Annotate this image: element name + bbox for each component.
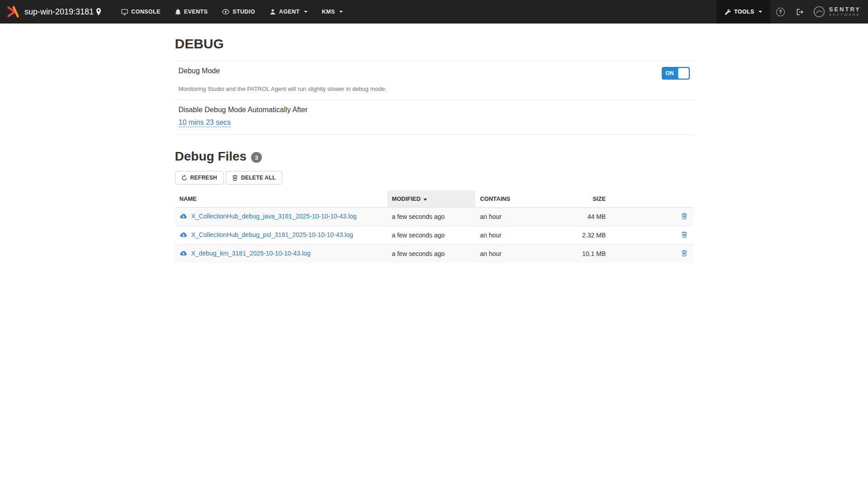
nav-label-agent: AGENT (279, 9, 300, 15)
trash-icon (681, 231, 688, 238)
agent-icon (270, 9, 276, 15)
delete-file-button[interactable] (680, 230, 689, 240)
chevron-down-icon (759, 11, 762, 13)
debug-files-table: NAME MODIFIED CONTAINS SIZE (175, 190, 693, 263)
chevron-down-icon (304, 11, 308, 13)
main-nav: CONSOLE EVENTS STUDIO (114, 0, 350, 24)
auto-disable-value-link[interactable]: 10 mins 23 secs (179, 118, 231, 127)
column-header-modified[interactable]: MODIFIED (387, 190, 475, 208)
page-title: DEBUG (175, 36, 693, 52)
file-modified-cell: a few seconds ago (387, 226, 475, 245)
file-size-cell: 10.1 MB (569, 245, 610, 263)
main-content: DEBUG Debug Mode ON Monitoring Studio an… (0, 36, 868, 263)
sign-out-icon (797, 9, 804, 15)
app-window: sup-win-2019:3181 CONSOLE (0, 0, 868, 488)
delete-file-button[interactable] (680, 212, 689, 222)
cloud-download-icon (180, 232, 187, 238)
nav-item-tools[interactable]: TOOLS (716, 0, 770, 24)
file-actions-cell (610, 208, 693, 226)
file-modified-cell: a few seconds ago (387, 245, 475, 263)
bell-icon (175, 9, 181, 15)
header-modified-label: MODIFIED (392, 195, 421, 202)
help-button[interactable]: ? (770, 0, 791, 24)
content-container: DEBUG Debug Mode ON Monitoring Studio an… (175, 36, 693, 263)
nav-label-studio: STUDIO (232, 9, 255, 15)
wrench-icon (725, 9, 731, 15)
column-header-name[interactable]: NAME (175, 190, 388, 208)
trash-icon (681, 250, 688, 256)
nav-label-console: CONSOLE (131, 9, 161, 15)
hostname-label: sup-win-2019:3181 (24, 7, 94, 17)
debug-mode-row: Debug Mode ON (179, 67, 690, 80)
file-actions-cell (610, 245, 693, 263)
sentry-logo-icon (813, 6, 825, 18)
top-navbar: sup-win-2019:3181 CONSOLE (0, 0, 868, 24)
files-toolbar: REFRESH DELETE ALL (175, 171, 693, 185)
debug-mode-section: Debug Mode ON Monitoring Studio and the … (175, 61, 693, 99)
table-row: X_CollectionHub_debug_psl_3181_2025-10-1… (175, 226, 693, 245)
debug-files-heading: Debug Files 3 (175, 149, 693, 164)
file-modified-cell: a few seconds ago (387, 208, 475, 226)
file-size-cell: 2.32 MB (569, 226, 610, 245)
hostname: sup-win-2019:3181 (24, 0, 101, 24)
refresh-button[interactable]: REFRESH (175, 171, 223, 185)
nav-item-events[interactable]: EVENTS (168, 0, 215, 24)
trash-icon (232, 175, 238, 181)
cloud-download-icon (180, 213, 187, 219)
file-name-cell: X_CollectionHub_debug_java_3181_2025-10-… (175, 208, 388, 226)
file-size-cell: 44 MB (569, 208, 610, 226)
chevron-down-icon (339, 11, 343, 13)
sort-desc-icon (423, 199, 427, 201)
file-contains-cell: an hour (475, 226, 569, 245)
brand-name: SENTRY (829, 6, 861, 13)
table-row: X_debug_km_3181_2025-10-10-10-43.log a f… (175, 245, 693, 263)
file-actions-cell (610, 226, 693, 245)
debug-mode-description: Monitoring Studio and the PATROL Agent w… (179, 85, 690, 92)
refresh-button-label: REFRESH (190, 175, 217, 181)
app-logo[interactable] (0, 0, 24, 24)
nav-item-kms[interactable]: KMS (315, 0, 350, 24)
debug-settings-panel: Debug Mode ON Monitoring Studio and the … (175, 61, 693, 135)
file-name-cell: X_debug_km_3181_2025-10-10-10-43.log (175, 245, 388, 263)
delete-all-button[interactable]: DELETE ALL (226, 171, 282, 185)
debug-files-title: Debug Files (175, 149, 247, 164)
file-name: X_debug_km_3181_2025-10-10-10-43.log (191, 250, 311, 257)
column-header-size[interactable]: SIZE (569, 190, 610, 208)
table-row: X_CollectionHub_debug_java_3181_2025-10-… (175, 208, 693, 226)
file-download-link[interactable]: X_debug_km_3181_2025-10-10-10-43.log (180, 250, 311, 257)
file-name: X_CollectionHub_debug_java_3181_2025-10-… (191, 213, 357, 220)
header-size-label: SIZE (593, 195, 606, 202)
nav-label-kms: KMS (322, 9, 335, 15)
navbar-left: sup-win-2019:3181 CONSOLE (0, 0, 350, 24)
delete-file-button[interactable] (680, 249, 689, 259)
debug-mode-toggle[interactable]: ON (662, 67, 690, 80)
column-header-actions (610, 190, 693, 208)
column-header-contains[interactable]: CONTAINS (475, 190, 569, 208)
file-name-cell: X_CollectionHub_debug_psl_3181_2025-10-1… (175, 226, 388, 245)
debug-mode-label: Debug Mode (179, 67, 220, 75)
auto-disable-section: Disable Debug Mode Automatically After 1… (175, 99, 693, 134)
app-logo-icon (6, 5, 20, 19)
refresh-icon (181, 175, 187, 181)
header-name-label: NAME (180, 195, 197, 202)
nav-item-agent[interactable]: AGENT (262, 0, 315, 24)
table-header-row: NAME MODIFIED CONTAINS SIZE (175, 190, 693, 208)
cloud-download-icon (180, 251, 187, 256)
help-icon: ? (776, 8, 785, 16)
file-contains-cell: an hour (475, 208, 569, 226)
navbar-right: TOOLS ? SENTRY SOFTWARE (716, 0, 868, 24)
header-contains-label: CONTAINS (480, 195, 510, 202)
sign-out-button[interactable] (791, 0, 810, 24)
file-download-link[interactable]: X_CollectionHub_debug_java_3181_2025-10-… (180, 213, 357, 220)
brand-subname: SOFTWARE (829, 13, 861, 17)
toggle-on-label: ON (662, 70, 678, 76)
nav-item-console[interactable]: CONSOLE (114, 0, 168, 24)
delete-all-button-label: DELETE ALL (241, 175, 276, 181)
studio-icon (222, 9, 229, 14)
toggle-knob (678, 68, 689, 79)
file-count-badge: 3 (251, 152, 262, 163)
nav-item-studio[interactable]: STUDIO (215, 0, 262, 24)
file-download-link[interactable]: X_CollectionHub_debug_psl_3181_2025-10-1… (180, 231, 353, 238)
console-icon (121, 9, 128, 15)
auto-disable-label: Disable Debug Mode Automatically After (179, 106, 690, 114)
